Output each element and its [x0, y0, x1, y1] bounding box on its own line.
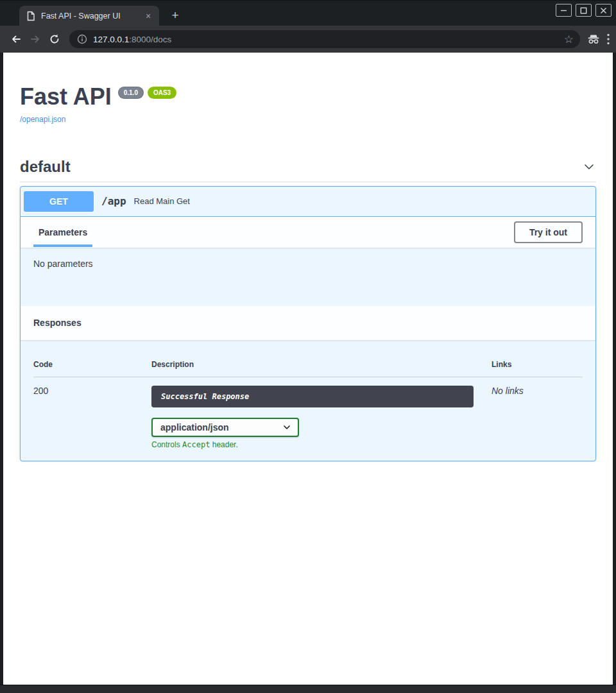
close-icon[interactable]	[595, 4, 612, 17]
forward-icon[interactable]	[26, 30, 45, 49]
response-description-cell: Successful Response application/json	[151, 386, 492, 449]
media-type-value: application/json	[160, 422, 282, 432]
page-content: Fast API 0.1.0 OAS3 /openapi.json defaul…	[3, 53, 613, 685]
operation-path: /app	[101, 195, 126, 207]
address-bar[interactable]: 127.0.0.1:8000/docs ☆	[69, 30, 580, 48]
response-links: No links	[492, 386, 583, 449]
window-controls	[556, 4, 612, 17]
tag-name: default	[20, 158, 71, 176]
api-info: Fast API 0.1.0 OAS3 /openapi.json	[20, 85, 596, 124]
accept-note-code: Accept	[182, 440, 210, 449]
tab-parameters[interactable]: Parameters	[33, 227, 92, 237]
responses-header: Responses	[21, 306, 595, 340]
no-parameters-message: No parameters	[33, 259, 93, 269]
page-title: Fast API	[20, 85, 112, 109]
url-path: :8000/docs	[129, 35, 171, 44]
select-chevron-icon	[282, 423, 291, 432]
reload-icon[interactable]	[45, 30, 64, 49]
browser-toolbar: 127.0.0.1:8000/docs ☆	[0, 26, 616, 53]
column-code: Code	[33, 360, 151, 369]
responses-body: Code Description Links 200 Successful Re…	[21, 340, 595, 461]
parameters-body: No parameters	[21, 248, 595, 306]
oas-badge: OAS3	[148, 87, 176, 99]
table-row: 200 Successful Response application/json	[33, 377, 583, 449]
bookmark-star-icon[interactable]: ☆	[564, 34, 574, 45]
titlebar: Fast API - Swagger UI × +	[0, 0, 616, 26]
tab-close-icon[interactable]: ×	[142, 10, 154, 22]
url-host: 127.0.0.1	[93, 35, 129, 44]
try-it-out-button[interactable]: Try it out	[514, 221, 583, 243]
accept-note-prefix: Controls	[151, 440, 182, 449]
opblock-summary[interactable]: GET /app Read Main Get	[21, 187, 595, 217]
new-tab-icon[interactable]: +	[167, 7, 184, 24]
page-icon	[26, 11, 36, 21]
responses-table-header: Code Description Links	[33, 360, 583, 377]
tab-title: Fast API - Swagger UI	[41, 12, 142, 21]
column-description: Description	[151, 360, 492, 369]
menu-icon[interactable]	[607, 33, 610, 45]
opblock-get-app: GET /app Read Main Get Parameters Try it…	[20, 186, 596, 461]
incognito-icon	[586, 33, 601, 46]
browser-tab[interactable]: Fast API - Swagger UI ×	[19, 6, 159, 26]
minimize-icon[interactable]	[556, 4, 572, 17]
accept-header-note: Controls Accept header.	[151, 440, 492, 449]
operation-summary: Read Main Get	[134, 196, 190, 206]
url-text: 127.0.0.1:8000/docs	[93, 35, 171, 44]
back-icon[interactable]	[6, 30, 26, 49]
openapi-spec-link[interactable]: /openapi.json	[20, 115, 65, 124]
chevron-down-icon[interactable]	[582, 160, 596, 174]
version-badge: 0.1.0	[118, 87, 144, 99]
accept-note-suffix: header.	[210, 440, 237, 449]
site-info-icon[interactable]	[77, 34, 87, 44]
method-badge: GET	[24, 191, 94, 212]
window-frame-bottom	[0, 685, 616, 693]
media-type-select[interactable]: application/json	[151, 418, 299, 437]
response-description: Successful Response	[151, 386, 474, 407]
browser-window: Fast API - Swagger UI × +	[0, 0, 616, 693]
tag-section-default: default GET /app Read Main Get Param	[20, 158, 596, 461]
api-badges: 0.1.0 OAS3	[118, 87, 176, 99]
tag-header[interactable]: default	[20, 158, 596, 182]
responses-title: Responses	[33, 318, 81, 328]
response-code: 200	[33, 386, 151, 449]
column-links: Links	[492, 360, 583, 369]
toolbar-right	[586, 33, 610, 46]
maximize-icon[interactable]	[576, 4, 592, 17]
parameters-header: Parameters Try it out	[21, 217, 595, 248]
